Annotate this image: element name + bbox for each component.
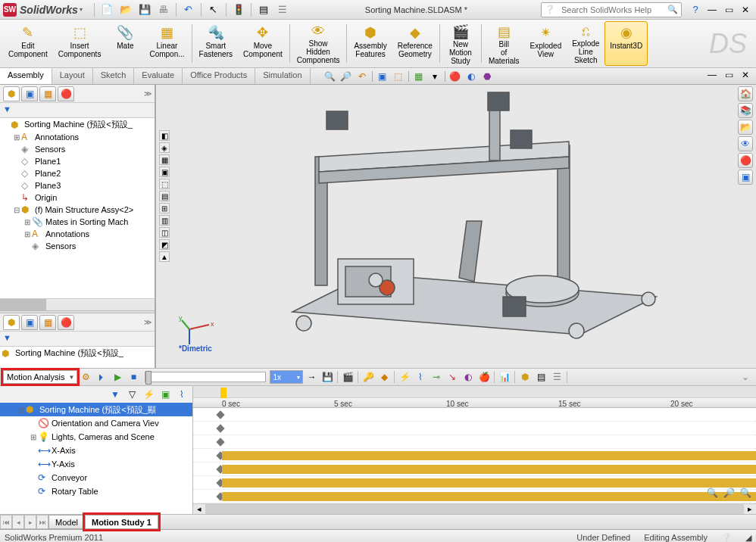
- print-button[interactable]: 🖶: [155, 2, 173, 18]
- ribbon-new-motion-study[interactable]: 🎬NewMotionStudy: [442, 21, 480, 66]
- expand-icon[interactable]: ⊞: [23, 230, 32, 238]
- contact-button[interactable]: ◐: [461, 369, 476, 385]
- fm-tree-tab[interactable]: ⬢: [3, 86, 20, 101]
- tab-prev-button[interactable]: ◂: [12, 515, 24, 529]
- cmd-tab-assembly[interactable]: Assembly: [0, 68, 52, 84]
- filter-results-button[interactable]: ▣: [158, 387, 173, 402]
- add-key-button[interactable]: ◆: [376, 369, 392, 385]
- config-manager-tab[interactable]: ▦: [39, 86, 56, 101]
- tree-node[interactable]: ◈Sensors: [0, 240, 155, 252]
- ribbon-linear-compon-[interactable]: ▦LinearCompon...: [144, 21, 189, 66]
- tab-scroll[interactable]: ≫: [144, 86, 152, 101]
- tree-scrollbar-h[interactable]: [0, 298, 155, 310]
- view-settings-icon[interactable]: ⬣: [480, 70, 495, 83]
- appearances-tab[interactable]: 🔴: [738, 153, 753, 168]
- tree-node[interactable]: ◇Plane3: [0, 179, 155, 192]
- motion-tree-node[interactable]: 🚫Orientation and Camera Viev: [0, 416, 192, 430]
- hu-button[interactable]: ▣: [159, 167, 170, 177]
- zoom-fit-icon[interactable]: 🔍: [323, 70, 338, 83]
- expand-icon[interactable]: ⊞: [12, 133, 21, 142]
- select-button[interactable]: ↖: [205, 2, 223, 18]
- hu-button[interactable]: ▦: [159, 154, 170, 165]
- zoom-in-icon[interactable]: 🔍: [738, 485, 753, 500]
- scene-icon[interactable]: ◐: [464, 70, 479, 83]
- tree-node[interactable]: ⊞📎Mates in Sorting Mach: [0, 216, 155, 228]
- track-row[interactable]: [193, 422, 756, 435]
- sim-setup-button[interactable]: ☰: [549, 369, 564, 385]
- hu-button[interactable]: ⊞: [159, 203, 170, 213]
- ribbon-insert-components[interactable]: ⬚InsertComponents: [53, 21, 107, 66]
- track-row[interactable]: [193, 408, 756, 422]
- ribbon-explode-line-sketch[interactable]: ⎌ExplodeLineSketch: [567, 21, 604, 66]
- config-manager-tab[interactable]: ▦: [39, 315, 56, 330]
- properties-button[interactable]: ▤: [255, 2, 273, 18]
- ribbon-mate[interactable]: 📎Mate: [106, 21, 144, 66]
- collapse-button[interactable]: ⌄: [738, 369, 753, 385]
- motion-tree-node[interactable]: ⟳Rotary Table: [0, 484, 192, 498]
- tab-next-button[interactable]: ▸: [24, 515, 36, 529]
- cmd-tab-simulation[interactable]: Simulation: [255, 68, 310, 84]
- search-box[interactable]: ❔ 🔍: [541, 2, 682, 17]
- ribbon-move-component[interactable]: ✥MoveComponent: [238, 21, 288, 66]
- hide-show-icon[interactable]: ▾: [427, 70, 442, 83]
- status-resize-icon[interactable]: ◢: [745, 533, 751, 543]
- play-button[interactable]: ▶: [110, 369, 125, 385]
- keyframe-icon[interactable]: [216, 410, 224, 419]
- doc-close-button[interactable]: ✕: [738, 68, 753, 82]
- rebuild-button[interactable]: 🚦: [230, 2, 248, 18]
- custom-props-tab[interactable]: ▣: [738, 170, 753, 185]
- time-slider[interactable]: [145, 372, 266, 382]
- gravity-button[interactable]: 🍎: [476, 369, 492, 385]
- undo-button[interactable]: ↶: [180, 2, 198, 18]
- motion-tree-node[interactable]: ⊟⬢Sorting Machine (預設<預設_顯: [0, 403, 192, 416]
- ribbon-show-hidden-components[interactable]: 👁ShowHiddenComponents: [292, 21, 345, 66]
- motion-tree-node[interactable]: ⟷Y-Axis: [0, 457, 192, 471]
- expand-icon[interactable]: ⊞: [29, 433, 38, 441]
- tab-scroll[interactable]: ≫: [144, 315, 152, 329]
- filter-bar-lower[interactable]: ▼: [0, 332, 155, 347]
- graphics-viewport[interactable]: ◧ ◈ ▦ ▣ ⬚ ▤ ⊞ ▥ ◫ ◩ ▲ 🏠 📚 📂 👁 🔴 ▣: [156, 85, 756, 368]
- search-icon[interactable]: 🔍: [664, 5, 681, 14]
- track-row[interactable]: [193, 463, 756, 476]
- motion-bar[interactable]: [222, 465, 756, 474]
- expand-icon[interactable]: ⊟: [12, 206, 21, 214]
- cmd-tab-evaluate[interactable]: Evaluate: [134, 68, 183, 84]
- play-start-button[interactable]: ⏵: [94, 369, 109, 385]
- ribbon-edit-component[interactable]: ✎EditComponent: [3, 21, 53, 66]
- expand-icon[interactable]: ⊞: [23, 218, 32, 226]
- hu-button[interactable]: ◈: [159, 142, 170, 153]
- results-button[interactable]: 📊: [497, 369, 512, 385]
- event-trigger-button[interactable]: ⬢: [517, 369, 533, 385]
- tree-node[interactable]: ↳Origin: [0, 192, 155, 204]
- view-palette-tab[interactable]: 👁: [738, 136, 753, 151]
- spring-button[interactable]: ⌇: [413, 369, 428, 385]
- motion-tree-node[interactable]: ⟳Conveyor: [0, 471, 192, 484]
- maximize-button[interactable]: ▭: [721, 3, 736, 17]
- motion-type-dropdown[interactable]: Motion Analysis: [3, 370, 77, 384]
- cmd-tab-office-products[interactable]: Office Products: [183, 68, 255, 84]
- expand-button[interactable]: ▽: [124, 387, 139, 402]
- close-button[interactable]: ✕: [738, 3, 753, 17]
- file-explorer-tab[interactable]: 📂: [738, 120, 753, 135]
- motion-tree-node[interactable]: ⟷X-Axis: [0, 444, 192, 457]
- options-button[interactable]: ☰: [273, 2, 292, 18]
- app-menu-arrow[interactable]: ▾: [80, 6, 83, 13]
- filter-springs-button[interactable]: ⌇: [174, 387, 189, 402]
- key-row[interactable]: [193, 386, 756, 398]
- reverse-button[interactable]: →: [304, 369, 319, 385]
- tree-root[interactable]: ⬢ Sorting Machine (預設<預設_: [0, 347, 155, 360]
- zoom-area-icon[interactable]: 🔎: [339, 70, 354, 83]
- zoom-out-icon[interactable]: 🔍: [704, 485, 720, 500]
- autokey-button[interactable]: 🔑: [361, 369, 376, 385]
- tree-node[interactable]: ◇Plane1: [0, 155, 155, 167]
- design-library-tab[interactable]: 📚: [738, 103, 753, 118]
- tree-node[interactable]: ⊞AAnnotations: [0, 131, 155, 143]
- dimxpert-tab[interactable]: 🔴: [58, 86, 74, 101]
- tree-node[interactable]: ◇Plane2: [0, 167, 155, 179]
- stop-button[interactable]: ■: [126, 369, 141, 385]
- track-row[interactable]: [193, 449, 756, 463]
- motion-bar[interactable]: [222, 451, 756, 460]
- save-button[interactable]: 💾: [136, 2, 154, 18]
- track-row[interactable]: [193, 435, 756, 449]
- motion-study-tab[interactable]: Motion Study 1: [85, 515, 158, 529]
